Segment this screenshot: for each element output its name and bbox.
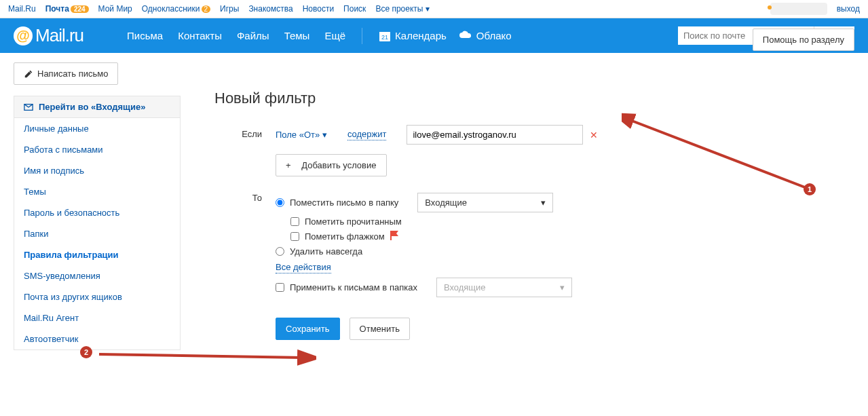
- sidemenu-filters[interactable]: Правила фильтрации: [14, 244, 180, 265]
- save-button[interactable]: Сохранить: [276, 318, 340, 340]
- field-from-selector[interactable]: Поле «От» ▾: [276, 130, 327, 140]
- add-condition-button[interactable]: + Добавить условие: [276, 154, 387, 176]
- condition-operator[interactable]: содержит: [347, 129, 387, 140]
- apply-folders-checkbox[interactable]: [276, 283, 284, 292]
- notif-badge: 2: [202, 5, 211, 13]
- sidemenu-inbox[interactable]: Перейти во «Входящие»: [14, 96, 180, 118]
- unread-badge: 224: [71, 5, 89, 13]
- filter-form: Если Поле «От» ▾ содержит ✕ + Добавить у…: [194, 125, 854, 373]
- form-actions: Сохранить Отменить: [276, 318, 834, 340]
- portal-link-games[interactable]: Игры: [220, 4, 239, 14]
- condition-row: Если Поле «От» ▾ содержит ✕ + Добавить у…: [214, 125, 834, 176]
- cloud-link[interactable]: Облако: [459, 30, 512, 41]
- nav-themes[interactable]: Темы: [284, 30, 310, 41]
- label: Поместить письмо в папку: [290, 197, 398, 208]
- condition-line: Поле «От» ▾ содержит ✕: [276, 125, 834, 145]
- portal-link-dating[interactable]: Знакомства: [248, 4, 293, 14]
- portal-link-news[interactable]: Новости: [303, 4, 334, 14]
- header-divider: [362, 28, 362, 44]
- label: Облако: [476, 30, 512, 41]
- main-panel: Помощь по разделу Новый фильтр Если Поле…: [194, 62, 854, 373]
- content-area: Написать письмо Перейти во «Входящие» Ли…: [0, 53, 868, 382]
- mark-flag-row: Пометить флажком: [290, 231, 834, 242]
- folder-dropdown[interactable]: Входящие ▾: [417, 193, 553, 212]
- nav-files[interactable]: Файлы: [237, 30, 269, 41]
- envelope-icon: [24, 102, 33, 112]
- label: Одноклассники: [142, 4, 200, 14]
- calendar-icon: 21: [379, 30, 391, 42]
- label: Календарь: [395, 30, 447, 41]
- mark-flag-checkbox[interactable]: [290, 232, 299, 241]
- label: Добавить условие: [301, 160, 376, 170]
- portal-link-allprojects[interactable]: Все проекты ▾: [375, 4, 429, 14]
- portal-link-mailru[interactable]: Mail.Ru: [8, 4, 36, 14]
- apply-folder-dropdown[interactable]: Входящие ▾: [436, 278, 572, 297]
- sidemenu-sms[interactable]: SMS-уведомления: [14, 265, 180, 286]
- cancel-button[interactable]: Отменить: [350, 318, 410, 340]
- remove-condition-button[interactable]: ✕: [590, 130, 598, 140]
- portal-link-mymir[interactable]: Мой Мир: [98, 4, 132, 14]
- delete-forever-row: Удалить навсегда: [276, 246, 834, 257]
- chevron-down-icon: ▾: [560, 282, 565, 292]
- label: Поле «От»: [276, 130, 320, 140]
- sidemenu-personal[interactable]: Личные данные: [14, 118, 180, 139]
- plus-icon: +: [286, 160, 291, 170]
- compose-icon: [24, 69, 33, 79]
- caret-down-icon: ▾: [426, 4, 430, 14]
- label: Применить к письмам в папках: [290, 282, 417, 292]
- label: Написать письмо: [37, 69, 108, 79]
- header-extras: 21 Календарь Облако: [379, 30, 511, 42]
- sidemenu-autoreply[interactable]: Автоответчик: [14, 328, 180, 349]
- move-to-folder-row: Поместить письмо в папку Входящие ▾: [276, 193, 834, 212]
- portal-link-search[interactable]: Поиск: [343, 4, 366, 14]
- nav-letters[interactable]: Письма: [127, 30, 163, 41]
- sidemenu-agent[interactable]: Mail.Ru Агент: [14, 307, 180, 328]
- help-button[interactable]: Помощь по разделу: [753, 29, 854, 51]
- left-toolbar: Написать письмо: [14, 62, 181, 85]
- flag-icon: [390, 231, 398, 242]
- sidemenu-themes[interactable]: Темы: [14, 181, 180, 202]
- mailru-logo[interactable]: @ mail.ru: [14, 25, 83, 46]
- logout-link[interactable]: выход: [837, 4, 860, 14]
- label: Пометить прочитанным: [305, 216, 402, 227]
- action-row: То Поместить письмо в папку Входящие ▾: [214, 189, 834, 340]
- label: Входящие: [444, 282, 486, 292]
- main-header: @ mail.ru Письма Контакты Файлы Темы Ещё…: [0, 18, 868, 53]
- portal-links-left: Mail.Ru Почта224 Мой Мир Одноклассники2 …: [8, 4, 430, 14]
- chevron-down-icon: ▾: [322, 130, 327, 140]
- sidemenu-signature[interactable]: Имя и подпись: [14, 160, 180, 181]
- delete-forever-radio[interactable]: [276, 247, 284, 256]
- left-column: Написать письмо Перейти во «Входящие» Ли…: [14, 62, 181, 350]
- label: Почта: [45, 4, 69, 14]
- condition-value-input[interactable]: [407, 125, 583, 145]
- calendar-link[interactable]: 21 Календарь: [379, 30, 447, 42]
- label: Все проекты: [375, 4, 423, 14]
- logo-text: mail.ru: [35, 25, 83, 46]
- sidemenu-othermail[interactable]: Почта из других ящиков: [14, 286, 180, 307]
- compose-button[interactable]: Написать письмо: [14, 62, 118, 85]
- label: Удалить навсегда: [290, 246, 362, 257]
- move-folder-radio[interactable]: [276, 198, 284, 207]
- top-portal-bar: Mail.Ru Почта224 Мой Мир Одноклассники2 …: [0, 0, 868, 18]
- portal-link-mail[interactable]: Почта224: [45, 4, 89, 14]
- label: Перейти во «Входящие»: [39, 102, 145, 112]
- mark-read-row: Пометить прочитанным: [290, 216, 834, 227]
- nav-more[interactable]: Ещё: [324, 30, 345, 41]
- portal-right: выход: [770, 3, 860, 15]
- label: Входящие: [425, 197, 467, 208]
- apply-to-folders-row: Применить к письмам в папках Входящие ▾: [276, 278, 834, 297]
- chevron-down-icon: ▾: [541, 197, 546, 208]
- at-icon: @: [14, 26, 33, 45]
- label: Пометить флажком: [305, 231, 385, 242]
- sidemenu-letterwork[interactable]: Работа с письмами: [14, 139, 180, 160]
- mark-read-checkbox[interactable]: [290, 217, 299, 226]
- all-actions-link[interactable]: Все действия: [276, 262, 331, 273]
- user-account-pill[interactable]: [770, 3, 827, 15]
- nav-contacts[interactable]: Контакты: [178, 30, 222, 41]
- header-nav: Письма Контакты Файлы Темы Ещё: [127, 30, 345, 41]
- settings-sidemenu: Перейти во «Входящие» Личные данные Рабо…: [14, 96, 181, 350]
- cloud-icon: [459, 30, 472, 41]
- portal-link-ok[interactable]: Одноклассники2: [142, 4, 210, 14]
- sidemenu-folders[interactable]: Папки: [14, 223, 180, 244]
- sidemenu-security[interactable]: Пароль и безопасность: [14, 202, 180, 223]
